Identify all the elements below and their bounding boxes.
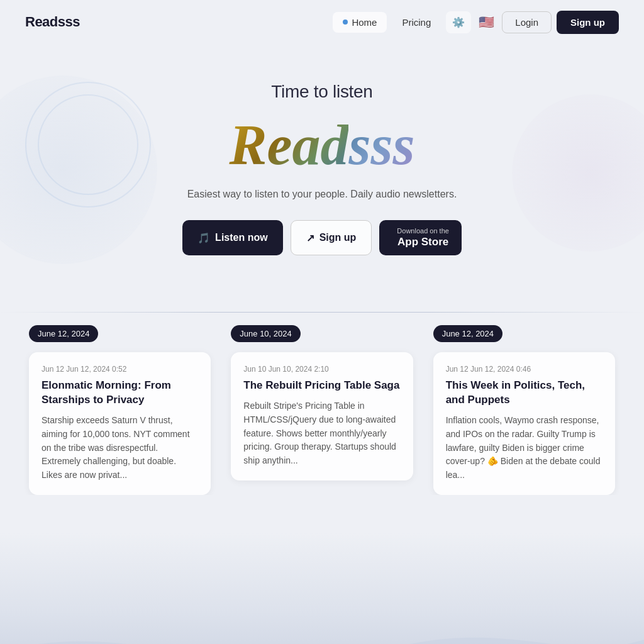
card-body-2: Rebuilt Stripe's Pricing Table in HTML/C… (243, 399, 400, 467)
date-badge-3: June 12, 2024 (433, 325, 502, 342)
card-meta-1: Jun 12 Jun 12, 2024 0:52 (42, 365, 198, 374)
hero-cta-buttons: 🎵 Listen now ↗ Sign up Download on the A… (13, 220, 631, 255)
hero-section: Time to listen Readsss Easiest way to li… (0, 44, 644, 312)
login-button[interactable]: Login (502, 11, 552, 33)
card-meta-2: Jun 10 Jun 10, 2024 2:10 (243, 365, 400, 374)
music-icon: 🎵 (197, 232, 210, 244)
feed-card-2[interactable]: Jun 10 Jun 10, 2024 2:10 The Rebuilt Pri… (231, 352, 413, 480)
hero-title: Time to listen (13, 82, 631, 102)
feed-column-1: June 12, 2024 Jun 12 Jun 12, 2024 0:52 E… (19, 325, 221, 494)
date-badge-2: June 10, 2024 (231, 325, 300, 342)
bottom-wave (0, 614, 644, 644)
appstore-button[interactable]: Download on the App Store (379, 220, 462, 255)
bottom-section (0, 533, 644, 644)
nav-pricing[interactable]: Pricing (392, 12, 441, 33)
card-title-1: Elonmatic Morning: From Starships to Pri… (42, 379, 198, 408)
feed-card-1[interactable]: Jun 12 Jun 12, 2024 0:52 Elonmatic Morni… (29, 352, 211, 494)
card-body-1: Starship exceeds Saturn V thrust, aiming… (42, 414, 198, 482)
hero-description: Easiest way to listen to your people. Da… (13, 189, 631, 200)
brand-sss-part: sss (348, 114, 414, 176)
card-title-2: The Rebuilt Pricing Table Saga (243, 379, 400, 393)
brand-read-part: Read (229, 114, 348, 176)
feed-row: June 12, 2024 Jun 12 Jun 12, 2024 0:52 E… (19, 325, 625, 494)
timeline-divider (0, 312, 644, 313)
card-title-3: This Week in Politics, Tech, and Puppets (446, 379, 602, 408)
nav-home[interactable]: Home (333, 12, 387, 33)
card-body-3: Inflation cools, Waymo crash response, a… (446, 414, 602, 482)
signup-button[interactable]: Sign up (557, 11, 619, 34)
external-link-icon: ↗ (306, 232, 314, 244)
logo[interactable]: Readsss (25, 14, 80, 30)
feed-column-2: June 10, 2024 Jun 10 Jun 10, 2024 2:10 T… (221, 325, 423, 494)
feed-card-3[interactable]: Jun 12 Jun 12, 2024 0:46 This Week in Po… (433, 352, 615, 494)
date-badge-1: June 12, 2024 (29, 325, 98, 342)
hero-brand-logo: Readsss (13, 117, 631, 174)
hero-signup-button[interactable]: ↗ Sign up (291, 220, 372, 255)
language-flag[interactable]: 🇺🇸 (476, 12, 497, 32)
settings-button[interactable]: ⚙️ (446, 11, 471, 33)
card-meta-3: Jun 12 Jun 12, 2024 0:46 (446, 365, 602, 374)
home-active-dot (343, 19, 348, 25)
listen-now-button[interactable]: 🎵 Listen now (182, 220, 283, 255)
feed-section: June 12, 2024 Jun 12 Jun 12, 2024 0:52 E… (0, 312, 644, 532)
feed-column-3: June 12, 2024 Jun 12 Jun 12, 2024 0:46 T… (423, 325, 625, 494)
navbar: Readsss Home Pricing ⚙️ 🇺🇸 Login Sign up (0, 0, 644, 44)
